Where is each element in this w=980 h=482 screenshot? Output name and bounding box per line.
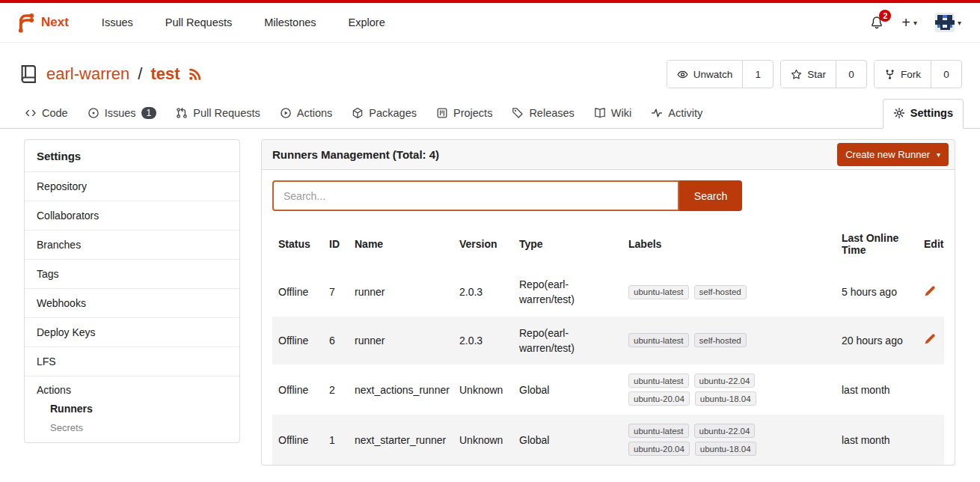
tab-label: Projects — [453, 107, 492, 119]
sidebar-item-branches[interactable]: Branches — [25, 230, 239, 259]
repo-name-link[interactable]: test — [150, 64, 180, 84]
runners-panel-header: Runners Management (Total: 4) Create new… — [261, 139, 955, 170]
sidebar-item-repository[interactable]: Repository — [25, 171, 239, 201]
create-new-menu-button[interactable]: + ▾ — [901, 15, 917, 30]
tab-issues[interactable]: Issues 1 — [78, 100, 167, 128]
sidebar-group-actions: Actions Runners Secrets — [25, 376, 239, 442]
label-chip: ubuntu-18.04 — [695, 391, 756, 406]
settings-sidebar: Settings Repository Collaborators Branch… — [24, 139, 240, 443]
watch-count[interactable]: 1 — [742, 61, 773, 88]
runner-type: Global — [519, 382, 549, 397]
sidebar-item-lfs[interactable]: LFS — [25, 347, 239, 376]
runner-version: 2.0.3 — [453, 268, 513, 317]
label-chip: ubuntu-latest — [628, 373, 689, 388]
chevron-down-icon: ▾ — [913, 19, 917, 27]
repo-icon — [18, 64, 39, 85]
label-chip: self-hosted — [694, 333, 747, 347]
sidebar-item-actions[interactable]: Actions — [37, 384, 227, 396]
rss-feed-icon[interactable] — [188, 67, 202, 82]
sidebar-item-tags[interactable]: Tags — [25, 259, 239, 288]
runner-row: Offline 6 runner 2.0.3 Repo(earl-warren/… — [272, 317, 944, 365]
sidebar-item-runners[interactable]: Runners — [37, 396, 227, 416]
tab-packages[interactable]: Packages — [342, 100, 426, 128]
fork-label: Fork — [901, 69, 921, 80]
runner-status: Offline — [272, 268, 323, 317]
code-icon — [25, 107, 37, 119]
sidebar-item-secrets[interactable]: Secrets — [37, 416, 227, 435]
edit-runner-button[interactable] — [924, 333, 936, 345]
tab-wiki[interactable]: Wiki — [584, 100, 641, 128]
col-version: Version — [453, 220, 513, 268]
tab-pull-requests[interactable]: Pull Requests — [166, 100, 269, 128]
star-count[interactable]: 0 — [836, 61, 866, 88]
col-id: ID — [323, 220, 349, 268]
tab-label: Code — [42, 107, 68, 119]
navbar-item-milestones[interactable]: Milestones — [264, 16, 316, 28]
label-chip: self-hosted — [694, 285, 747, 299]
fork-button[interactable]: Fork — [875, 61, 931, 88]
tab-actions[interactable]: Actions — [270, 100, 343, 128]
runner-last-online: last month — [836, 415, 918, 465]
eye-icon — [677, 69, 688, 80]
tab-label: Issues — [105, 107, 136, 119]
label-chip: ubuntu-20.04 — [628, 391, 690, 406]
search-button[interactable]: Search — [679, 180, 742, 211]
runner-labels: ubuntu-latest ubuntu-22.04 ubuntu-20.04 … — [628, 424, 790, 456]
navbar-item-pull-requests[interactable]: Pull Requests — [165, 16, 232, 28]
gear-icon — [893, 107, 905, 119]
sidebar-item-deploy-keys[interactable]: Deploy Keys — [25, 317, 239, 347]
runner-type: Repo(earl-warren/test) — [519, 326, 595, 356]
runner-version: Unknown — [453, 364, 513, 415]
label-chip: ubuntu-latest — [628, 333, 689, 347]
tab-projects[interactable]: Projects — [426, 100, 502, 128]
notifications-button[interactable]: 2 — [870, 16, 883, 29]
runner-status: Offline — [272, 317, 323, 365]
user-menu-button[interactable]: ▾ — [935, 13, 961, 32]
tab-settings[interactable]: Settings — [883, 99, 964, 129]
issues-count-badge: 1 — [141, 107, 157, 119]
tab-code[interactable]: Code — [15, 100, 78, 128]
col-edit: Edit — [918, 220, 944, 268]
watch-button-group: Unwatch 1 — [667, 60, 774, 88]
runner-type: Global — [519, 433, 549, 448]
edit-runner-button[interactable] — [924, 285, 936, 297]
runner-labels: ubuntu-latest ubuntu-22.04 ubuntu-20.04 … — [628, 373, 790, 406]
navbar-item-explore[interactable]: Explore — [349, 16, 385, 28]
tag-icon — [512, 107, 524, 119]
create-new-runner-button[interactable]: Create new Runner ▾ — [837, 143, 949, 166]
create-new-runner-label: Create new Runner — [845, 149, 930, 160]
label-chip: ubuntu-18.04 — [695, 442, 756, 456]
col-status: Status — [272, 220, 323, 268]
fork-count[interactable]: 0 — [931, 61, 961, 88]
chevron-down-icon: ▾ — [958, 19, 961, 27]
unwatch-button[interactable]: Unwatch — [667, 61, 743, 88]
navbar-item-issues[interactable]: Issues — [102, 16, 133, 28]
settings-page: Settings Repository Collaborators Branch… — [0, 129, 980, 476]
repo-owner-link[interactable]: earl-warren — [46, 64, 129, 84]
notification-count-badge: 2 — [879, 10, 891, 22]
sidebar-item-collaborators[interactable]: Collaborators — [25, 201, 239, 230]
sidebar-item-webhooks[interactable]: Webhooks — [25, 288, 239, 317]
pencil-icon — [924, 333, 936, 345]
label-chip: ubuntu-20.04 — [628, 442, 690, 456]
pull-request-icon — [176, 107, 188, 119]
tab-releases[interactable]: Releases — [502, 100, 584, 128]
pulse-icon — [651, 107, 663, 119]
label-chip: ubuntu-latest — [628, 424, 689, 438]
home-link[interactable]: Next — [13, 11, 69, 34]
runner-id: 7 — [323, 268, 349, 317]
pencil-icon — [924, 285, 936, 297]
tab-activity[interactable]: Activity — [641, 100, 712, 128]
runner-name: runner — [349, 317, 453, 365]
tab-label: Wiki — [611, 107, 631, 119]
runner-id: 2 — [323, 364, 349, 415]
repo-actions: Unwatch 1 Star 0 — [667, 60, 962, 88]
repo-title: earl-warren / test — [18, 64, 202, 85]
table-header-row: Status ID Name Version Type Labels Last … — [272, 220, 944, 268]
col-last-online: Last Online Time — [836, 220, 918, 268]
col-type: Type — [513, 220, 622, 268]
search-input[interactable] — [272, 180, 679, 211]
issue-icon — [88, 107, 99, 119]
runners-panel-body: Search Status ID Name Version Type Label… — [261, 170, 955, 466]
star-button[interactable]: Star — [781, 61, 836, 88]
